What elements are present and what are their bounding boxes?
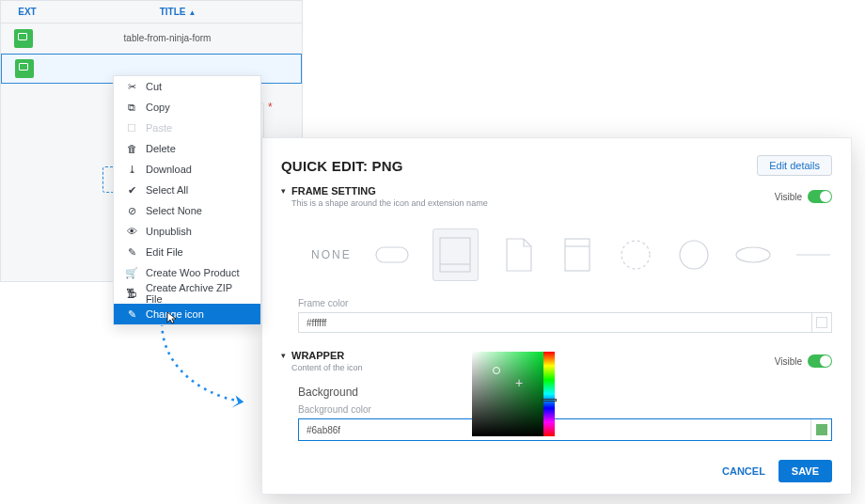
edit-file-icon: ✎ bbox=[123, 246, 140, 259]
cut-icon: ✂ bbox=[123, 81, 140, 93]
svg-point-8 bbox=[736, 247, 770, 262]
delete-icon: 🗑 bbox=[123, 143, 140, 154]
download-icon: ⤓ bbox=[123, 164, 140, 176]
context-menu-item-edit-file[interactable]: ✎Edit File bbox=[114, 242, 260, 262]
context-menu-item-select-all[interactable]: ✔Select All bbox=[114, 180, 260, 200]
color-picker-hue[interactable] bbox=[543, 352, 555, 436]
change-icon-icon: ✎ bbox=[123, 308, 140, 321]
background-heading: Background bbox=[298, 386, 832, 399]
svg-point-6 bbox=[621, 241, 650, 269]
context-menu-item-paste: ☐Paste bbox=[114, 118, 260, 138]
context-menu-label: Copy bbox=[146, 102, 170, 113]
context-menu-item-cut[interactable]: ✂Cut bbox=[114, 76, 260, 97]
save-button[interactable]: SAVE bbox=[778, 460, 832, 482]
svg-point-7 bbox=[680, 241, 708, 269]
col-header-title-text: TITLE bbox=[160, 7, 186, 17]
file-title: table-from-ninja-form bbox=[33, 33, 302, 43]
frame-none-option[interactable]: NONE bbox=[311, 248, 352, 261]
context-menu-label: Select None bbox=[146, 205, 202, 216]
file-type-icon bbox=[14, 29, 33, 48]
background-color-swatch[interactable] bbox=[810, 419, 831, 440]
frame-shape-oval[interactable] bbox=[734, 235, 772, 275]
frame-shape-circle[interactable] bbox=[676, 235, 712, 275]
unpublish-icon: 👁 bbox=[123, 226, 140, 237]
select-all-icon: ✔ bbox=[123, 184, 140, 197]
crosshair-icon: + bbox=[515, 376, 523, 389]
visible-label: Visible bbox=[775, 356, 802, 367]
col-header-title[interactable]: TITLE▲ bbox=[54, 7, 302, 17]
wrapper-section-subtitle: Content of the icon bbox=[291, 363, 363, 372]
context-menu-item-delete[interactable]: 🗑Delete bbox=[114, 138, 260, 159]
background-color-label: Background color bbox=[298, 404, 832, 415]
context-menu-label: Cut bbox=[146, 81, 162, 92]
frame-visible-toggle[interactable] bbox=[808, 190, 832, 203]
col-header-ext[interactable]: EXT bbox=[1, 7, 54, 17]
frame-section: ▾ FRAME SETTING This is a shape around t… bbox=[281, 185, 832, 333]
wrapper-section-title: WRAPPER bbox=[291, 350, 363, 361]
color-picker-handle[interactable] bbox=[493, 367, 500, 374]
frame-shape-underline[interactable] bbox=[794, 235, 832, 275]
context-menu-item-copy[interactable]: ⧉Copy bbox=[114, 97, 260, 118]
table-row[interactable]: table-from-ninja-form bbox=[1, 24, 302, 54]
sort-asc-icon: ▲ bbox=[188, 8, 196, 17]
wrapper-visible-toggle[interactable] bbox=[808, 354, 832, 368]
edit-details-button[interactable]: Edit details bbox=[757, 155, 832, 176]
svg-rect-2 bbox=[440, 238, 470, 272]
paste-icon: ☐ bbox=[123, 122, 140, 134]
panel-title: QUICK EDIT: PNG bbox=[281, 158, 403, 174]
hue-handle[interactable] bbox=[542, 399, 557, 402]
context-menu-label: Download bbox=[146, 164, 192, 175]
color-picker-saturation-value[interactable]: + bbox=[472, 352, 543, 436]
context-menu-label: Paste bbox=[146, 122, 172, 134]
frame-color-label: Frame color bbox=[298, 298, 832, 308]
context-menu-item-unpublish[interactable]: 👁Unpublish bbox=[114, 221, 260, 242]
create-archive-zip-file-icon: 🗜 bbox=[123, 288, 140, 299]
context-menu-label: Delete bbox=[146, 143, 176, 154]
frame-shape-header[interactable] bbox=[559, 235, 595, 275]
context-menu-label: Create Archive ZIP File bbox=[146, 282, 251, 305]
required-asterisk: * bbox=[268, 101, 273, 114]
context-menu-label: Unpublish bbox=[146, 226, 192, 237]
frame-section-title: FRAME SETTING bbox=[291, 185, 488, 197]
chevron-down-icon[interactable]: ▾ bbox=[281, 351, 286, 360]
context-menu-label: Select All bbox=[146, 184, 188, 196]
context-menu: ✂Cut⧉Copy☐Paste🗑Delete⤓Download✔Select A… bbox=[113, 75, 261, 325]
context-menu-item-select-none[interactable]: ⊘Select None bbox=[114, 200, 260, 221]
svg-rect-4 bbox=[565, 239, 590, 271]
cancel-button[interactable]: CANCEL bbox=[722, 465, 765, 477]
create-woo-product-icon: 🛒 bbox=[123, 267, 140, 279]
frame-shape-square-footer[interactable] bbox=[432, 228, 479, 281]
file-type-icon bbox=[15, 59, 34, 78]
svg-rect-1 bbox=[376, 247, 408, 262]
frame-shape-page-fold[interactable] bbox=[501, 235, 537, 275]
quick-edit-panel: QUICK EDIT: PNG Edit details ▾ FRAME SET… bbox=[261, 137, 852, 495]
frame-shape-options: NONE bbox=[311, 228, 832, 281]
context-menu-item-download[interactable]: ⤓Download bbox=[114, 159, 260, 180]
frame-shape-pill[interactable] bbox=[374, 235, 410, 275]
frame-shape-circle-dashed[interactable] bbox=[618, 235, 653, 275]
select-none-icon: ⊘ bbox=[123, 205, 140, 217]
context-menu-label: Create Woo Product bbox=[146, 267, 239, 278]
cursor-icon bbox=[166, 311, 178, 326]
wrapper-section: ▾ WRAPPER Content of the icon Visible Ba… bbox=[281, 350, 832, 441]
context-menu-item-create-woo-product[interactable]: 🛒Create Woo Product bbox=[114, 262, 260, 283]
visible-label: Visible bbox=[775, 192, 802, 202]
copy-icon: ⧉ bbox=[123, 102, 140, 114]
context-menu-label: Edit File bbox=[146, 246, 183, 258]
frame-color-swatch[interactable] bbox=[811, 312, 832, 333]
color-picker[interactable]: + bbox=[472, 352, 557, 436]
table-header-row: EXT TITLE▲ bbox=[1, 1, 302, 24]
frame-section-subtitle: This is a shape around the icon and exte… bbox=[291, 198, 488, 208]
frame-color-input[interactable] bbox=[298, 312, 811, 333]
context-menu-item-change-icon[interactable]: ✎Change icon bbox=[114, 304, 260, 324]
context-menu-item-create-archive-zip-file[interactable]: 🗜Create Archive ZIP File bbox=[114, 283, 260, 304]
chevron-down-icon[interactable]: ▾ bbox=[281, 186, 286, 196]
